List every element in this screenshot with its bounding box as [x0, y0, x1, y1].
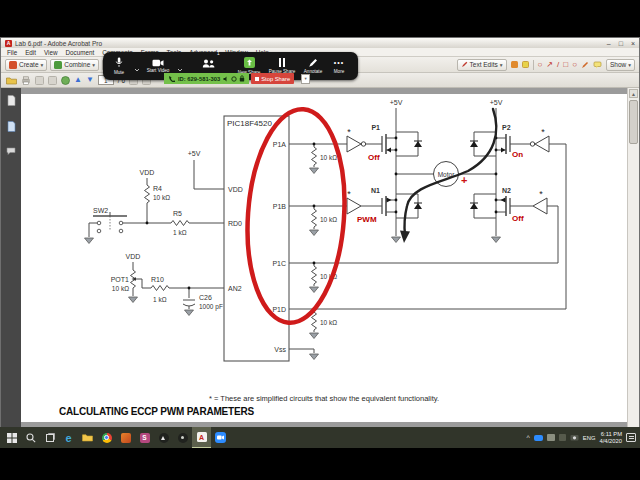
arrow-tool-icon[interactable]: ↗	[546, 61, 553, 69]
taskbar-zoom[interactable]	[211, 427, 230, 448]
clock-date: 4/4/2020	[599, 438, 622, 444]
chevron-down-icon: ▾	[41, 62, 44, 68]
callout-tool-icon[interactable]	[593, 61, 602, 69]
next-view-icon[interactable]: ▼	[86, 76, 94, 84]
taskbar-app-dark1[interactable]	[154, 427, 173, 448]
pin-p1a: P1A	[273, 141, 287, 148]
taskbar-app-dark2[interactable]	[173, 427, 192, 448]
mute-options-chevron[interactable]	[132, 60, 141, 72]
create-button[interactable]: Create ▾	[5, 59, 47, 71]
r5-value: 1 kΩ	[173, 229, 187, 236]
taskbar-edge[interactable]: e	[59, 427, 78, 448]
meeting-control-strip: ID: 629-581-303 Stop Share ▾	[164, 73, 310, 84]
pin-vss: Vss	[274, 346, 286, 353]
taskbar-clock[interactable]: 6:11 PM 4/4/2020	[599, 431, 622, 444]
action-center-icon[interactable]	[626, 433, 636, 442]
chip-label: PIC18F4520	[227, 119, 272, 128]
pencil-tool-icon[interactable]	[581, 61, 589, 69]
clock-time: 6:11 PM	[601, 431, 622, 437]
mute-button[interactable]: Mute	[106, 52, 132, 80]
annotation-arrowhead	[400, 231, 410, 244]
participants-icon	[202, 59, 215, 68]
pin-p1b: P1B	[273, 203, 287, 210]
taskbar-acrobat-active[interactable]: A	[192, 427, 211, 448]
tray-camera-icon[interactable]	[570, 434, 579, 441]
highlight-tool-icon[interactable]	[522, 61, 529, 68]
comments-panel-icon[interactable]	[6, 147, 16, 155]
show-button[interactable]: Show ▾	[606, 59, 635, 71]
pot1-value: 10 kΩ	[112, 285, 129, 292]
print-icon[interactable]	[21, 76, 31, 85]
previous-view-icon[interactable]: ▲	[74, 76, 82, 84]
r10-value: 1 kΩ	[153, 296, 167, 303]
buffer-asterisk: *	[347, 127, 351, 137]
chevron-down-icon: ▾	[92, 62, 95, 68]
share-options-dropdown[interactable]: ▾	[301, 74, 310, 84]
taskbar-matlab[interactable]	[116, 427, 135, 448]
document-area: +5V +5V +5V VDD VDD R4 10 kΩ R5 1 kΩ SW2…	[1, 88, 639, 428]
scroll-up-button[interactable]: ▲	[629, 89, 638, 98]
video-options-chevron[interactable]	[175, 60, 184, 72]
rectangle-tool-icon[interactable]: □	[563, 61, 568, 69]
restore-button[interactable]: □	[619, 40, 623, 47]
tray-zoom-icon[interactable]	[534, 435, 543, 441]
search-icon	[26, 433, 36, 443]
search-button[interactable]	[21, 427, 40, 448]
letterbox-bottom	[0, 448, 640, 480]
acrobat-icon: A	[197, 432, 207, 442]
combine-icon	[54, 61, 62, 69]
tray-explorer-icon[interactable]	[547, 434, 555, 441]
oval-tool-icon[interactable]: ○	[538, 61, 543, 69]
taskbar-sway[interactable]: S	[135, 427, 154, 448]
pin-vdd: VDD	[228, 186, 243, 193]
save-icon[interactable]	[35, 76, 44, 85]
chevron-down-icon	[177, 68, 183, 72]
buffer-asterisk: *	[541, 127, 545, 137]
stop-share-button[interactable]: Stop Share	[251, 73, 294, 84]
pencil-icon	[308, 58, 318, 68]
edge-icon: e	[65, 433, 71, 443]
open-folder-icon[interactable]	[6, 76, 17, 85]
vertical-scrollbar[interactable]: ▲	[627, 88, 639, 428]
lock-icon	[239, 75, 245, 82]
tray-expand-chevron[interactable]: ^	[527, 435, 530, 441]
r10-name: R10	[151, 276, 164, 283]
system-tray: ^ ENG 6:11 PM 4/4/2020	[527, 431, 638, 444]
text-edits-button[interactable]: Text Edits ▾	[457, 59, 507, 71]
start-button[interactable]	[2, 427, 21, 448]
r4-value: 10 kΩ	[153, 194, 170, 201]
pause-icon	[279, 58, 285, 67]
pages-panel-icon[interactable]	[7, 95, 16, 106]
menu-file[interactable]: File	[7, 49, 17, 56]
dark-app-icon	[159, 433, 169, 443]
taskbar-file-explorer[interactable]	[78, 427, 97, 448]
pin-an2: AN2	[228, 285, 242, 292]
combine-button[interactable]: Combine ▾	[50, 59, 99, 71]
dark-app-dot-icon	[178, 433, 188, 443]
line-tool-icon[interactable]: /	[557, 61, 559, 69]
menu-document[interactable]: Document	[66, 49, 95, 56]
scrollbar-thumb[interactable]	[629, 100, 638, 144]
toolbar-separator	[533, 60, 534, 70]
more-button[interactable]: ••• More	[328, 52, 350, 80]
globe-icon[interactable]	[61, 76, 70, 85]
meeting-id-label: ID: 629-581-303	[178, 76, 220, 82]
taskbar-chrome[interactable]	[97, 427, 116, 448]
pull-resistor-value: 10 kΩ	[320, 319, 337, 326]
phone-icon	[168, 75, 175, 82]
menu-edit[interactable]: Edit	[25, 49, 36, 56]
email-icon[interactable]	[48, 76, 57, 85]
vdd-net-label: VDD	[140, 169, 155, 176]
chrome-icon	[102, 433, 112, 443]
supply-label: +5V	[188, 150, 201, 157]
language-indicator[interactable]: ENG	[583, 435, 596, 441]
bookmarks-panel-icon[interactable]	[7, 121, 16, 132]
stamp-tool-icon[interactable]	[511, 61, 518, 68]
task-view-button[interactable]	[40, 427, 59, 448]
menu-view[interactable]: View	[44, 49, 58, 56]
circle-tool-icon[interactable]: ○	[572, 61, 577, 69]
close-button[interactable]: ×	[631, 40, 635, 47]
minimize-button[interactable]: –	[607, 40, 611, 47]
tray-status-icon[interactable]	[559, 434, 566, 441]
supply-label: +5V	[490, 99, 503, 106]
